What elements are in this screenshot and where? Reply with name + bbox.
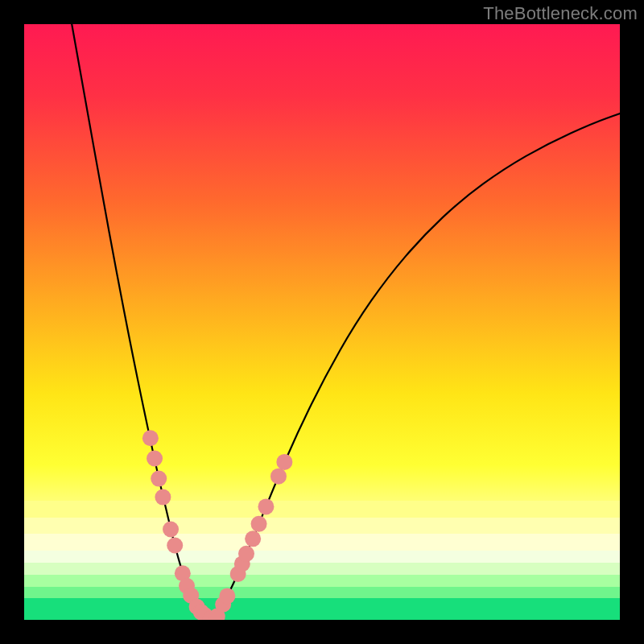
data-marker	[245, 530, 261, 547]
series-right-branch	[211, 114, 620, 619]
data-marker	[238, 546, 254, 562]
data-marker	[167, 538, 183, 554]
curve-layer	[24, 24, 620, 620]
data-marker	[147, 450, 163, 466]
data-marker	[276, 454, 292, 470]
data-marker	[251, 516, 267, 532]
data-marker	[155, 489, 171, 506]
data-marker	[270, 469, 287, 485]
data-marker	[258, 498, 274, 514]
data-marker	[219, 588, 235, 604]
watermark-text: TheBottleneck.com	[483, 3, 638, 24]
plot-area	[24, 24, 620, 620]
data-marker	[163, 522, 179, 538]
data-marker	[151, 471, 167, 487]
chart-frame: TheBottleneck.com	[0, 0, 644, 644]
series-left-branch	[72, 24, 210, 619]
data-marker	[142, 430, 159, 446]
